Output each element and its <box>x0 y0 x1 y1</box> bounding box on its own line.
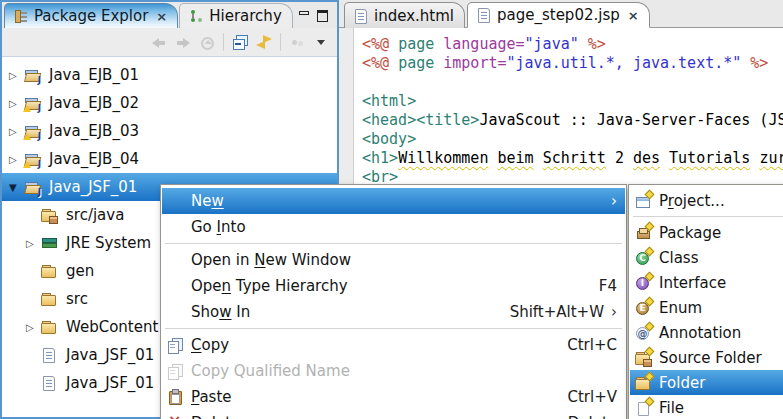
collapsed-expander-icon[interactable]: ▷ <box>25 238 41 249</box>
menu-separator <box>165 328 622 329</box>
view-tab-hierarchy[interactable]: Hierarchy <box>179 3 293 28</box>
java-project-warning-icon <box>24 151 40 167</box>
collapsed-expander-icon[interactable]: ▷ <box>25 322 41 333</box>
menu-item-label: Source Folder <box>659 349 762 367</box>
menu-item-file[interactable]: File <box>630 395 783 419</box>
menu-item-icon-slot <box>635 350 659 366</box>
menu-item-folder[interactable]: Folder <box>630 370 783 395</box>
new-package-icon <box>635 225 651 241</box>
menu-item-label: Copy Qualified Name <box>191 362 350 380</box>
menu-separator <box>633 216 783 217</box>
collapsed-expander-icon[interactable]: ▷ <box>8 154 24 165</box>
java-project-warning-icon <box>24 95 40 111</box>
menu-item-icon-slot <box>635 275 659 291</box>
link-with-editor-button[interactable] <box>256 34 272 50</box>
menu-separator <box>165 243 622 244</box>
code-line[interactable] <box>362 73 783 92</box>
tab-label: index.html <box>374 7 454 25</box>
menu-item-icon-slot <box>167 337 191 353</box>
java-project-icon <box>24 179 40 195</box>
expanded-expander-icon[interactable]: ▼ <box>8 182 24 193</box>
menu-item-label: Open Type Hierarchy <box>191 277 348 295</box>
menu-item-label: Paste <box>191 388 232 406</box>
menu-item-annotation[interactable]: Annotation <box>630 320 783 345</box>
menu-item-shortcut: Delete <box>568 414 617 419</box>
menu-item-icon-slot <box>635 325 659 341</box>
new-interface-icon <box>635 275 651 291</box>
menu-item-interface[interactable]: Interface <box>630 270 783 295</box>
menu-item-label: Class <box>659 249 698 267</box>
code-line[interactable]: <html> <box>362 92 783 111</box>
tree-item-label: WebContent <box>62 317 162 337</box>
editor-tab-index-html[interactable]: index.html <box>344 2 465 28</box>
collapsed-expander-icon[interactable]: ▷ <box>8 98 24 109</box>
view-menu-button[interactable] <box>313 34 329 50</box>
menu-item-class[interactable]: Class <box>630 245 783 270</box>
source-folder-icon <box>41 207 57 223</box>
delete-icon <box>167 415 183 419</box>
eclipse-workbench: Package Explor×Hierarchy ▷Java_EJB_01▷Ja… <box>0 0 783 419</box>
menu-item-go-into[interactable]: Go Into <box>162 214 625 240</box>
tree-item-java-ejb-02[interactable]: ▷Java_EJB_02 <box>2 89 337 117</box>
menu-item-delete[interactable]: DeleteDelete <box>162 410 625 419</box>
code-line[interactable]: <%@ page import="java.util.*, java.text.… <box>362 54 783 73</box>
submenu-arrow-icon: › <box>604 303 617 321</box>
menu-item-label: Project... <box>659 192 725 210</box>
menu-item-icon-slot <box>635 250 659 266</box>
folder-icon <box>41 319 57 335</box>
view-tabbar: Package Explor×Hierarchy <box>2 2 337 28</box>
menu-item-icon-slot <box>635 375 659 391</box>
tree-item-java-ejb-01[interactable]: ▷Java_EJB_01 <box>2 61 337 89</box>
menu-item-label: New <box>191 192 224 210</box>
editor-tab-page-step02-jsp[interactable]: page_step02.jsp× <box>467 2 650 28</box>
menu-item-label: Enum <box>659 299 702 317</box>
new-submenu: Project...PackageClassInterfaceEnumAnnot… <box>628 184 783 419</box>
menu-item-paste[interactable]: PasteCtrl+V <box>162 384 625 410</box>
menu-item-label: Go Into <box>191 218 246 236</box>
menu-item-copy-qualified-name: Copy Qualified Name <box>162 358 625 384</box>
tree-item-label: Java_EJB_04 <box>45 149 143 169</box>
menu-item-icon-slot <box>635 225 659 241</box>
view-tab-package-explor[interactable]: Package Explor× <box>4 3 178 28</box>
close-icon[interactable]: × <box>628 9 639 22</box>
tree-item-label: Java_JSF_01 <box>62 373 158 393</box>
maximize-button[interactable] <box>315 8 331 22</box>
tree-item-label: src/java <box>62 205 128 225</box>
tree-item-label: Java_EJB_02 <box>45 93 143 113</box>
package-explorer-icon <box>13 8 29 24</box>
collapse-all-button[interactable] <box>232 34 248 50</box>
code-line[interactable]: <head><title>JavaScout :: Java-Server-Fa… <box>362 111 783 130</box>
tree-item-java-ejb-03[interactable]: ▷Java_EJB_03 <box>2 117 337 145</box>
menu-item-open-type-hierarchy[interactable]: Open Type HierarchyF4 <box>162 273 625 299</box>
tree-item-label: Java_EJB_01 <box>45 65 143 85</box>
code-line[interactable]: <%@ page language="java" %> <box>362 35 783 54</box>
copy-disabled-icon <box>167 363 183 379</box>
paste-icon <box>167 389 183 405</box>
menu-item-project[interactable]: Project... <box>630 188 783 213</box>
view-window-buttons <box>296 8 331 22</box>
forward-button <box>175 34 191 50</box>
folder-icon <box>41 291 57 307</box>
menu-item-open-in-new-window[interactable]: Open in New Window <box>162 247 625 273</box>
menu-item-label: Open in New Window <box>191 251 351 269</box>
collapsed-expander-icon[interactable]: ▷ <box>8 126 24 137</box>
menu-item-new[interactable]: New› <box>162 188 625 214</box>
new-class-icon <box>635 250 651 266</box>
menu-item-copy[interactable]: CopyCtrl+C <box>162 332 625 358</box>
new-folder-icon <box>635 375 651 391</box>
menu-item-show-in[interactable]: Show InShift+Alt+W› <box>162 299 625 325</box>
tree-item-java-ejb-04[interactable]: ▷Java_EJB_04 <box>2 145 337 173</box>
close-icon[interactable]: × <box>156 10 167 23</box>
menu-item-icon-slot <box>635 193 659 209</box>
menu-item-source-folder[interactable]: Source Folder <box>630 345 783 370</box>
collapsed-expander-icon[interactable]: ▷ <box>8 70 24 81</box>
menu-item-enum[interactable]: Enum <box>630 295 783 320</box>
code-line[interactable]: <h1>Willkommen beim Schritt 2 des Tutori… <box>362 149 783 168</box>
minimize-button[interactable] <box>296 8 312 22</box>
code-line[interactable]: <body> <box>362 130 783 149</box>
menu-item-package[interactable]: Package <box>630 220 783 245</box>
menu-item-label: Show In <box>191 303 250 321</box>
menu-item-icon-slot <box>167 389 191 405</box>
menu-item-label: Copy <box>191 336 229 354</box>
menu-item-label: Delete <box>191 414 240 419</box>
